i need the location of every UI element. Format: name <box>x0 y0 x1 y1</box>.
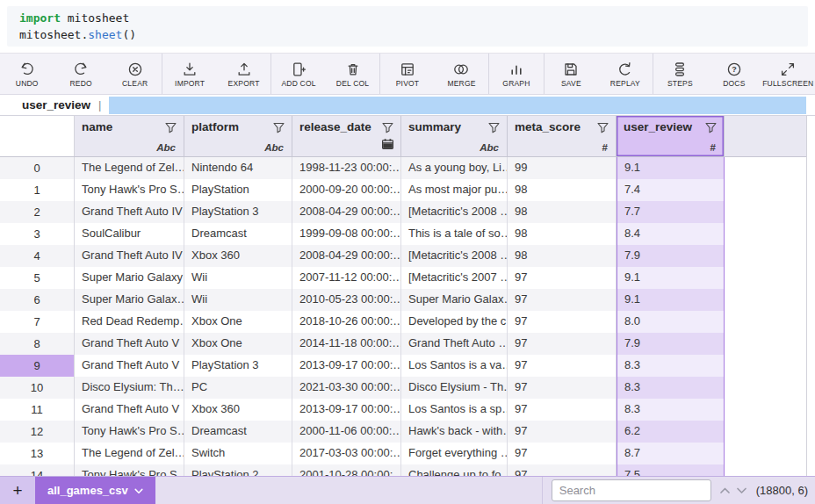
cell[interactable]: As a young boy, Li… <box>401 157 508 179</box>
cell[interactable]: 8.3 <box>617 355 725 377</box>
cell[interactable]: 97 <box>508 355 617 377</box>
cell[interactable]: Super Mario Galaxy <box>75 267 184 289</box>
cell[interactable]: 1998-11-23 00:00:… <box>292 157 401 179</box>
cell[interactable]: Los Santos is a va… <box>401 355 508 377</box>
cell[interactable]: Super Mario Galax… <box>75 289 184 311</box>
cell[interactable]: Tony Hawk's Pro S… <box>75 421 184 443</box>
row-index-cell[interactable]: 1 <box>0 179 75 201</box>
cell[interactable]: 8.0 <box>617 311 725 333</box>
cell[interactable]: SoulCalibur <box>75 223 184 245</box>
cell[interactable]: 97 <box>508 399 617 421</box>
cell[interactable]: PlayStation 3 <box>184 355 292 377</box>
cell[interactable]: 2018-10-26 00:00:… <box>292 311 401 333</box>
cell[interactable]: Los Santos is a sp… <box>401 399 508 421</box>
search-input[interactable] <box>552 479 711 501</box>
cell[interactable]: Developed by the c… <box>401 311 508 333</box>
cell[interactable]: Xbox 360 <box>184 399 292 421</box>
cell[interactable]: The Legend of Zel… <box>75 443 184 464</box>
filter-icon[interactable] <box>487 121 501 138</box>
cell[interactable]: 98 <box>508 179 617 201</box>
cell[interactable]: Wii <box>184 289 292 311</box>
toolbar-button-pivot[interactable]: PIVOT <box>380 54 434 94</box>
row-index-cell[interactable]: 13 <box>0 443 75 464</box>
toolbar-button-steps[interactable]: STEPS <box>653 54 707 94</box>
cell[interactable]: [Metacritic's 2008 … <box>401 245 508 267</box>
toolbar-button-fullscreen[interactable]: FULLSCREEN <box>761 54 815 94</box>
cell[interactable]: 2014-11-18 00:00:… <box>292 333 401 355</box>
cell[interactable]: Grand Theft Auto V <box>75 355 184 377</box>
toolbar-button-import[interactable]: IMPORT <box>162 54 216 94</box>
chevron-down-icon[interactable] <box>735 485 748 496</box>
toolbar-button-merge[interactable]: MERGE <box>435 54 489 94</box>
cell[interactable]: 97 <box>508 267 617 289</box>
cell[interactable]: Grand Theft Auto V <box>75 399 184 421</box>
cell[interactable]: 97 <box>508 377 617 399</box>
cell[interactable]: 7.5 <box>617 464 725 476</box>
cell[interactable]: 8.3 <box>617 399 725 421</box>
row-index-cell[interactable]: 4 <box>0 245 75 267</box>
cell[interactable]: Challenge up to fo… <box>401 464 508 476</box>
cell[interactable]: 7.4 <box>617 179 725 201</box>
cell[interactable]: 7.7 <box>617 201 725 223</box>
cell[interactable]: 8.7 <box>617 443 725 464</box>
cell[interactable]: 97 <box>508 289 617 311</box>
cell[interactable]: PlayStation 2 <box>184 464 292 476</box>
cell[interactable]: Tony Hawk's Pro S… <box>75 464 184 476</box>
column-header-user_review[interactable]: user_review# <box>617 116 725 156</box>
row-index-cell[interactable]: 9 <box>0 355 75 377</box>
cell[interactable]: The Legend of Zel… <box>75 157 184 179</box>
cell[interactable]: 2000-09-20 00:00:… <box>292 179 401 201</box>
filter-icon[interactable] <box>704 121 718 138</box>
cell[interactable]: Grand Theft Auto IV <box>75 245 184 267</box>
cell[interactable]: This is a tale of so… <box>401 223 508 245</box>
row-index-cell[interactable]: 7 <box>0 311 75 333</box>
row-index-cell[interactable]: 11 <box>0 399 75 421</box>
cell[interactable]: PC <box>184 377 292 399</box>
filter-icon[interactable] <box>164 121 177 138</box>
cell[interactable]: 97 <box>508 333 617 355</box>
toolbar-button-export[interactable]: EXPORT <box>217 54 271 94</box>
add-sheet-button[interactable]: + <box>0 477 35 504</box>
row-index-cell[interactable]: 10 <box>0 377 75 399</box>
toolbar-button-clear[interactable]: CLEAR <box>108 54 162 94</box>
row-index-cell[interactable]: 0 <box>0 157 75 179</box>
toolbar-button-del-col[interactable]: DEL COL <box>326 54 380 94</box>
row-index-cell[interactable]: 3 <box>0 223 75 245</box>
cell[interactable]: 99 <box>508 157 617 179</box>
cell[interactable]: [Metacritic's 2008 … <box>401 201 508 223</box>
cell[interactable]: 2013-09-17 00:00:… <box>292 355 401 377</box>
filter-icon[interactable] <box>596 121 609 138</box>
row-index-cell[interactable]: 6 <box>0 289 75 311</box>
cell[interactable]: Wii <box>184 267 292 289</box>
sheet-tab-all-games-csv[interactable]: all_games_csv <box>35 477 155 504</box>
toolbar-button-undo[interactable]: UNDO <box>0 54 54 94</box>
cell[interactable]: Grand Theft Auto V <box>75 333 184 355</box>
cell[interactable]: Tony Hawk's Pro S… <box>75 179 184 201</box>
formula-input[interactable] <box>109 97 806 114</box>
cell[interactable]: Dreamcast <box>184 421 292 443</box>
cell[interactable]: Disco Elysium - Th… <box>401 377 508 399</box>
cell[interactable]: PlayStation <box>184 179 292 201</box>
toolbar-button-replay[interactable]: REPLAY <box>598 54 653 94</box>
cell[interactable]: 2013-09-17 00:00:… <box>292 399 401 421</box>
cell[interactable]: 9.1 <box>617 157 725 179</box>
toolbar-button-graph[interactable]: GRAPH <box>489 54 544 94</box>
cell[interactable]: 2017-03-03 00:00:… <box>292 443 401 464</box>
cell[interactable]: 97 <box>508 464 617 476</box>
cell[interactable]: 2008-04-29 00:00:… <box>292 201 401 223</box>
cell[interactable]: 98 <box>508 201 617 223</box>
toolbar-button-redo[interactable]: REDO <box>54 54 107 94</box>
toolbar-button-docs[interactable]: ?DOCS <box>707 54 761 94</box>
scrollbar-gutter[interactable] <box>806 116 815 476</box>
cell[interactable]: 2007-11-12 00:00:… <box>292 267 401 289</box>
index-column-header[interactable] <box>0 116 75 156</box>
cell[interactable]: Xbox 360 <box>184 245 292 267</box>
cell[interactable]: 98 <box>508 223 617 245</box>
column-header-summary[interactable]: summaryAbc <box>401 116 508 156</box>
filter-icon[interactable] <box>272 121 285 138</box>
toolbar-button-save[interactable]: SAVE <box>545 54 598 94</box>
column-header-meta_score[interactable]: meta_score# <box>508 116 617 156</box>
row-index-cell[interactable]: 12 <box>0 421 75 443</box>
cell[interactable]: 1999-09-08 00:00:… <box>292 223 401 245</box>
row-index-cell[interactable]: 5 <box>0 267 75 289</box>
